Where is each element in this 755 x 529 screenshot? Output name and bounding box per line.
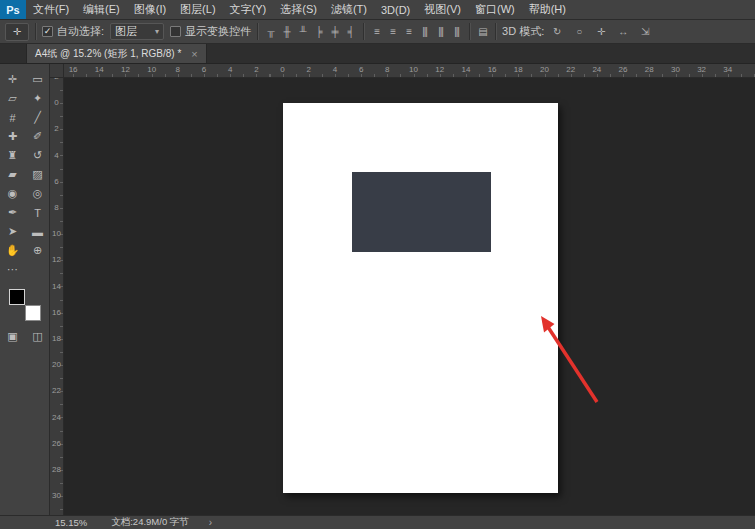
toolbar-bottom-buttons: ▣◫ bbox=[0, 327, 50, 346]
ruler-label: 22 bbox=[558, 64, 584, 76]
quick-mask-button[interactable]: ▣ bbox=[0, 327, 25, 346]
vertical-ruler[interactable]: 2024681012141618202224262830 bbox=[50, 78, 64, 515]
distribute-bottom-edges-icon[interactable]: ≡ bbox=[402, 24, 415, 40]
align-left-edges-icon[interactable]: ╞ bbox=[312, 24, 325, 40]
menu-item[interactable]: 编辑(E) bbox=[76, 0, 127, 19]
align-top-edges-icon[interactable]: ╥ bbox=[264, 24, 277, 40]
auto-select-label: 自动选择: bbox=[57, 24, 104, 39]
ruler-label: 18 bbox=[52, 326, 61, 352]
ruler-label: 28 bbox=[636, 64, 662, 76]
distribute-top-edges-icon[interactable]: ≡ bbox=[370, 24, 383, 40]
gradient-tool[interactable]: ▨ bbox=[25, 165, 50, 184]
dodge-tool[interactable]: ◎ bbox=[25, 184, 50, 203]
menu-item[interactable]: 3D(D) bbox=[374, 0, 417, 19]
3d-scale-icon[interactable]: ⇲ bbox=[638, 24, 651, 40]
menu-item[interactable]: 帮助(H) bbox=[522, 0, 573, 19]
brush-tool[interactable]: ✐ bbox=[25, 127, 50, 146]
foreground-color-swatch[interactable] bbox=[9, 289, 25, 305]
ruler-label: 4 bbox=[52, 143, 61, 169]
ruler-label: 30 bbox=[662, 64, 688, 76]
document-paper[interactable] bbox=[283, 103, 558, 493]
align-horizontal-centers-icon[interactable]: ╪ bbox=[328, 24, 341, 40]
photoshop-logo: Ps bbox=[0, 0, 26, 19]
ruler-label: 14 bbox=[453, 64, 479, 76]
ruler-label: 6 bbox=[348, 64, 374, 76]
menu-item[interactable]: 图像(I) bbox=[127, 0, 173, 19]
status-bar: 15.15% 文档:24.9M/0 字节 › bbox=[0, 515, 755, 529]
ruler-label: 4 bbox=[217, 64, 243, 76]
healing-brush-tool[interactable]: ✚ bbox=[0, 127, 25, 146]
ruler-label: 22 bbox=[52, 378, 61, 404]
zoom-tool[interactable]: ⊕ bbox=[25, 241, 50, 260]
auto-align-layers-icon[interactable]: ▤ bbox=[476, 24, 489, 40]
separator bbox=[469, 23, 470, 40]
auto-select-target-dropdown[interactable]: 图层 ▾ bbox=[110, 23, 164, 40]
menu-items: 文件(F)编辑(E)图像(I)图层(L)文字(Y)选择(S)滤镜(T)3D(D)… bbox=[26, 0, 573, 19]
pen-tool[interactable]: ✒ bbox=[0, 203, 25, 222]
clone-stamp-tool[interactable]: ♜ bbox=[0, 146, 25, 165]
menu-item[interactable]: 窗口(W) bbox=[468, 0, 522, 19]
menu-item[interactable]: 选择(S) bbox=[273, 0, 324, 19]
align-right-edges-icon[interactable]: ╡ bbox=[344, 24, 357, 40]
eraser-tool[interactable]: ▰ bbox=[0, 165, 25, 184]
hand-tool[interactable]: ✋ bbox=[0, 241, 25, 260]
3d-mode-label: 3D 模式: bbox=[502, 24, 544, 39]
blur-tool[interactable]: ◉ bbox=[0, 184, 25, 203]
screen-mode-button[interactable]: ◫ bbox=[25, 327, 50, 346]
ruler-origin-corner[interactable] bbox=[50, 64, 64, 78]
history-brush-tool[interactable]: ↺ bbox=[25, 146, 50, 165]
canvas-area[interactable] bbox=[64, 78, 755, 515]
close-tab-icon[interactable]: × bbox=[191, 48, 197, 60]
distribute-left-edges-icon[interactable]: ||| bbox=[418, 24, 431, 40]
3d-slide-icon[interactable]: ↔ bbox=[616, 24, 629, 40]
ruler-label: 10 bbox=[400, 64, 426, 76]
document-size-info[interactable]: 文档:24.9M/0 字节 bbox=[111, 516, 189, 529]
3d-roll-icon[interactable]: ○ bbox=[572, 24, 585, 40]
crop-tool[interactable]: # bbox=[0, 108, 25, 127]
align-bottom-edges-icon[interactable]: ╨ bbox=[296, 24, 309, 40]
ruler-label: 20 bbox=[531, 64, 557, 76]
horizontal-ruler-labels: 1614121086420246810121416182022242628303… bbox=[64, 64, 755, 76]
zoom-level-field[interactable]: 15.15% bbox=[55, 517, 97, 528]
distribute-right-edges-icon[interactable]: ||| bbox=[450, 24, 463, 40]
document-tab-bar: A4纸 @ 15.2% (矩形 1, RGB/8) * × bbox=[0, 44, 755, 64]
background-color-swatch[interactable] bbox=[25, 305, 41, 321]
ruler-label: 0 bbox=[52, 90, 61, 116]
document-tab[interactable]: A4纸 @ 15.2% (矩形 1, RGB/8) * × bbox=[26, 44, 207, 63]
move-tool[interactable]: ✛ bbox=[0, 70, 25, 89]
ruler-label: 18 bbox=[505, 64, 531, 76]
3d-drag-icon[interactable]: ✛ bbox=[594, 24, 607, 40]
ruler-label: 26 bbox=[52, 431, 61, 457]
distribute-horizontal-centers-icon[interactable]: ||| bbox=[434, 24, 447, 40]
path-selection-tool[interactable]: ➤ bbox=[0, 222, 25, 241]
marquee-tool[interactable]: ▭ bbox=[25, 70, 50, 89]
move-tool-preset-button[interactable]: ✛ bbox=[5, 23, 29, 41]
menu-item[interactable]: 滤镜(T) bbox=[324, 0, 374, 19]
3d-rotate-icon[interactable]: ↻ bbox=[550, 24, 563, 40]
type-tool[interactable]: T bbox=[25, 203, 50, 222]
distribute-vertical-centers-icon[interactable]: ≡ bbox=[386, 24, 399, 40]
auto-select-checkbox[interactable]: ✓ bbox=[42, 26, 53, 37]
show-transform-label: 显示变换控件 bbox=[185, 24, 251, 39]
menu-item[interactable]: 文字(Y) bbox=[223, 0, 274, 19]
ruler-label: 6 bbox=[191, 64, 217, 76]
ruler-label: 32 bbox=[689, 64, 715, 76]
show-transform-checkbox[interactable] bbox=[170, 26, 181, 37]
ruler-label: 8 bbox=[52, 195, 61, 221]
edit-toolbar[interactable]: ⋯ bbox=[0, 260, 25, 279]
status-options-chevron-icon[interactable]: › bbox=[209, 517, 212, 528]
auto-select-option: ✓ 自动选择: bbox=[42, 24, 104, 39]
horizontal-ruler[interactable]: 1614121086420246810121416182022242628303… bbox=[64, 64, 755, 78]
lasso-tool[interactable]: ▱ bbox=[0, 89, 25, 108]
rectangle-tool[interactable]: ▬ bbox=[25, 222, 50, 241]
eyedropper-tool[interactable]: ╱ bbox=[25, 108, 50, 127]
menu-item[interactable]: 文件(F) bbox=[26, 0, 76, 19]
workspace: ✛▭▱✦#╱✚✐♜↺▰▨◉◎✒T➤▬✋⊕⋯ ▣◫ 161412108642024… bbox=[0, 64, 755, 515]
rectangle-shape-layer[interactable] bbox=[352, 172, 491, 252]
align-vertical-centers-icon[interactable]: ╫ bbox=[280, 24, 293, 40]
menu-item[interactable]: 视图(V) bbox=[417, 0, 468, 19]
ruler-label: 12 bbox=[427, 64, 453, 76]
ruler-label: 14 bbox=[86, 64, 112, 76]
menu-item[interactable]: 图层(L) bbox=[173, 0, 222, 19]
quick-selection-tool[interactable]: ✦ bbox=[25, 89, 50, 108]
